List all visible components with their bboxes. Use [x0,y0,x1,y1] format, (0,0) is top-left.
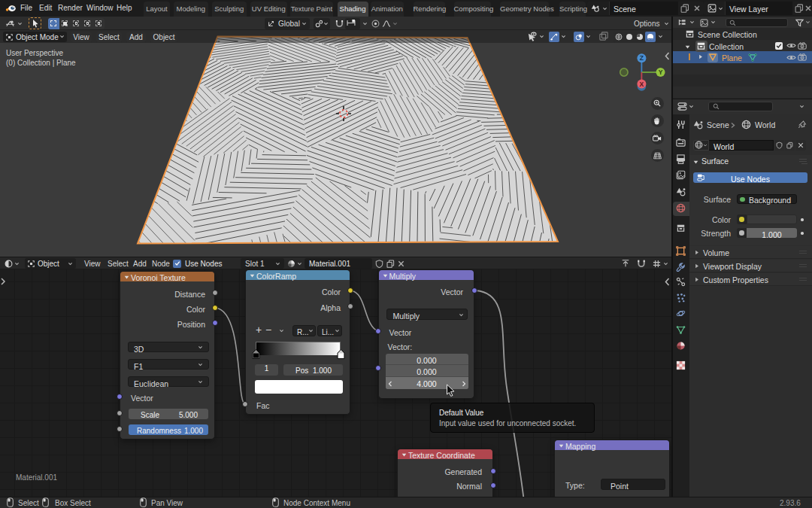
svg-text:X: X [640,81,644,88]
svg-text:Z: Z [640,54,644,62]
svg-text:Y: Y [659,68,663,76]
